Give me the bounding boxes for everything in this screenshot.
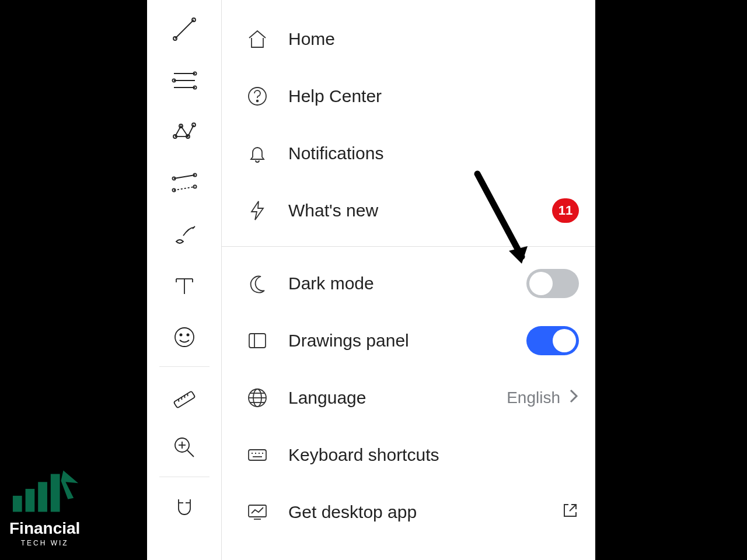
menu-item-home[interactable]: Home bbox=[222, 10, 595, 68]
help-icon bbox=[244, 83, 271, 110]
menu-label: Home bbox=[288, 29, 579, 49]
menu-label: Notifications bbox=[288, 144, 579, 163]
menu-divider bbox=[222, 246, 595, 247]
menu-label: Get desktop app bbox=[288, 502, 561, 522]
dark-mode-toggle[interactable] bbox=[526, 269, 579, 298]
toolbar-divider bbox=[159, 366, 210, 367]
svg-point-25 bbox=[180, 334, 181, 335]
whats-new-badge: 11 bbox=[552, 198, 579, 223]
svg-rect-48 bbox=[249, 450, 266, 460]
svg-rect-59 bbox=[13, 496, 22, 512]
svg-point-26 bbox=[187, 334, 189, 335]
pattern-tool[interactable] bbox=[168, 116, 201, 148]
menu-item-drawings-panel[interactable]: Drawings panel bbox=[222, 312, 595, 369]
svg-rect-60 bbox=[25, 489, 34, 512]
drawings-panel-toggle[interactable] bbox=[526, 326, 579, 355]
language-value: English bbox=[507, 388, 560, 407]
menu-item-keyboard-shortcuts[interactable]: Keyboard shortcuts bbox=[222, 426, 595, 484]
emoji-tool[interactable] bbox=[168, 321, 201, 354]
svg-rect-61 bbox=[38, 482, 47, 512]
brand-name: Financial bbox=[9, 519, 80, 538]
menu-label: Keyboard shortcuts bbox=[288, 445, 579, 465]
ruler-tool[interactable] bbox=[168, 380, 201, 412]
svg-rect-27 bbox=[173, 391, 195, 408]
app-window: Home Help Center Notifications What's ne… bbox=[147, 0, 595, 560]
zoom-in-tool[interactable] bbox=[168, 431, 201, 464]
desktop-chart-icon bbox=[244, 499, 271, 526]
menu-item-language[interactable]: Language English bbox=[222, 369, 595, 426]
svg-rect-41 bbox=[249, 334, 266, 348]
menu-label: Dark mode bbox=[288, 274, 526, 293]
brush-tool[interactable] bbox=[168, 218, 201, 251]
forecast-tool[interactable] bbox=[168, 167, 201, 200]
svg-rect-62 bbox=[51, 474, 60, 512]
keyboard-icon bbox=[244, 442, 271, 468]
menu-label: Drawings panel bbox=[288, 331, 526, 351]
drawing-toolbar bbox=[147, 0, 222, 560]
home-icon bbox=[244, 26, 271, 52]
settings-menu: Home Help Center Notifications What's ne… bbox=[222, 0, 595, 560]
toolbar-divider bbox=[159, 477, 210, 477]
svg-line-14 bbox=[174, 175, 195, 178]
menu-label: Help Center bbox=[288, 86, 579, 106]
svg-marker-40 bbox=[252, 201, 263, 220]
lightning-icon bbox=[244, 197, 271, 224]
menu-item-whats-new[interactable]: What's new 11 bbox=[222, 182, 595, 239]
svg-point-39 bbox=[257, 100, 259, 102]
menu-item-help-center[interactable]: Help Center bbox=[222, 68, 595, 125]
svg-line-33 bbox=[187, 450, 194, 457]
menu-item-dark-mode[interactable]: Dark mode bbox=[222, 255, 595, 312]
svg-point-18 bbox=[172, 188, 175, 191]
svg-line-56 bbox=[570, 505, 576, 511]
svg-line-15 bbox=[174, 187, 195, 190]
bell-icon bbox=[244, 140, 271, 167]
globe-icon bbox=[244, 384, 271, 411]
menu-label: What's new bbox=[288, 201, 552, 220]
moon-icon bbox=[244, 270, 271, 297]
svg-point-24 bbox=[175, 328, 194, 346]
menu-label: Language bbox=[288, 388, 507, 408]
svg-point-16 bbox=[172, 177, 175, 180]
text-tool[interactable] bbox=[168, 270, 201, 302]
magnet-tool[interactable] bbox=[168, 490, 201, 523]
line-tool[interactable] bbox=[168, 13, 201, 46]
menu-item-get-desktop-app[interactable]: Get desktop app bbox=[222, 484, 595, 541]
watermark-logo: Financial TECH WIZ bbox=[9, 469, 80, 547]
chevron-right-icon bbox=[568, 388, 579, 408]
brand-sub: TECH WIZ bbox=[9, 539, 80, 547]
menu-item-notifications[interactable]: Notifications bbox=[222, 125, 595, 182]
external-link-icon bbox=[561, 502, 579, 523]
panel-icon bbox=[244, 327, 271, 354]
parallel-lines-tool[interactable] bbox=[168, 64, 201, 97]
svg-line-0 bbox=[175, 20, 194, 38]
